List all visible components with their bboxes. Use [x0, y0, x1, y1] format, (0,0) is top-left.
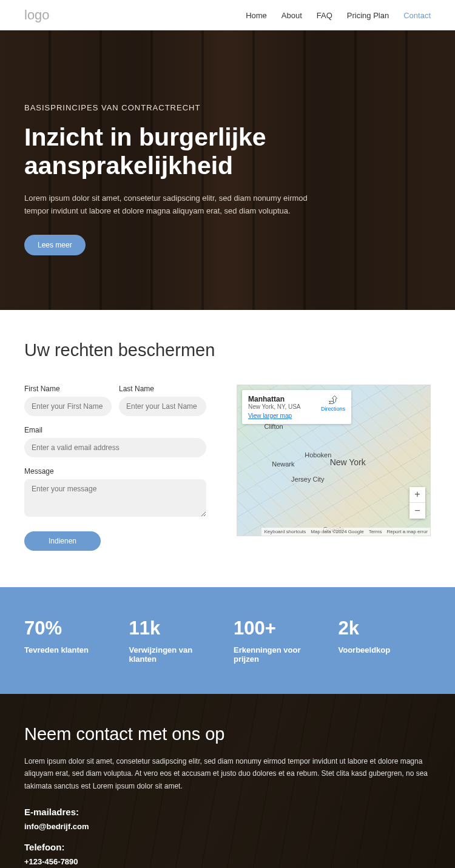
email-value: info@bedrijf.com	[24, 822, 431, 831]
nav-pricing[interactable]: Pricing Plan	[347, 11, 389, 20]
nav-faq[interactable]: FAQ	[317, 11, 332, 20]
phone-heading: Telefoon:	[24, 842, 431, 852]
last-name-label: Last Name	[119, 385, 206, 393]
contact-info-title: Neem contact met ons op	[24, 724, 431, 744]
keyboard-shortcuts-link[interactable]: Keyboard shortcuts	[264, 529, 306, 534]
contact-form: First Name Last Name Email Message	[24, 385, 206, 551]
read-more-button[interactable]: Lees meer	[24, 235, 86, 255]
last-name-input[interactable]	[119, 397, 206, 416]
view-larger-map-link[interactable]: View larger map	[248, 412, 292, 419]
map-embed[interactable]: New York Newark Clifton Hoboken Jersey C…	[237, 385, 431, 536]
stat-number: 70%	[24, 617, 117, 639]
logo[interactable]: logo	[24, 7, 50, 23]
map-zoom-controls: + −	[410, 487, 425, 519]
first-name-label: First Name	[24, 385, 112, 393]
email-input[interactable]	[24, 438, 206, 457]
stat-number: 100+	[234, 617, 326, 639]
directions-icon: ⮵	[321, 395, 345, 406]
terms-link[interactable]: Terms	[369, 529, 382, 534]
stats-section: 70% Tevreden klanten 11k Verwijzingen va…	[0, 587, 455, 694]
contact-title: Uw rechten beschermen	[24, 340, 431, 360]
zoom-in-button[interactable]: +	[410, 487, 425, 503]
stat-item: 11k Verwijzingen van klanten	[129, 617, 222, 664]
first-name-input[interactable]	[24, 397, 112, 416]
nav-contact[interactable]: Contact	[403, 11, 431, 20]
stat-label: Voorbeeldkop	[339, 645, 431, 654]
contact-info-description: Lorem ipsum dolor sit amet, consetetur s…	[24, 755, 431, 792]
map-label-newyork: New York	[330, 457, 366, 467]
stat-item: 100+ Erkenningen voor prijzen	[234, 617, 326, 664]
stat-item: 70% Tevreden klanten	[24, 617, 117, 664]
map-label-jersey: Jersey City	[291, 476, 324, 483]
hero-description: Lorem ipsum dolor sit amet, consetetur s…	[24, 192, 315, 218]
phone-value: +123-456-7890	[24, 857, 431, 866]
map-data-text: Map data ©2024 Google	[311, 529, 363, 534]
hero-section: BASISPRINCIPES VAN CONTRACTRECHT Inzicht…	[0, 30, 455, 310]
nav-home[interactable]: Home	[246, 11, 267, 20]
stat-number: 11k	[129, 617, 222, 639]
directions-button[interactable]: ⮵ Directions	[321, 395, 345, 419]
zoom-out-button[interactable]: −	[410, 503, 425, 519]
map-info-subtitle: New York, NY, USA	[248, 403, 301, 410]
map-attribution: Keyboard shortcuts Map data ©2024 Google…	[261, 528, 430, 536]
hero-title: Inzicht in burgerlijke aansprakelijkheid	[24, 123, 388, 180]
stat-label: Verwijzingen van klanten	[129, 645, 222, 664]
contact-section: Uw rechten beschermen First Name Last Na…	[0, 310, 455, 587]
main-nav: Home About FAQ Pricing Plan Contact	[246, 11, 431, 20]
contact-info-section: Neem contact met ons op Lorem ipsum dolo…	[0, 694, 455, 868]
map-label-hoboken: Hoboken	[305, 451, 331, 459]
map-label-newark: Newark	[272, 460, 294, 468]
stat-item: 2k Voorbeeldkop	[339, 617, 431, 664]
submit-button[interactable]: Indienen	[24, 531, 101, 551]
message-label: Message	[24, 467, 206, 476]
report-error-link[interactable]: Report a map error	[386, 529, 428, 534]
stat-label: Tevreden klanten	[24, 645, 117, 654]
directions-label: Directions	[321, 406, 345, 412]
map-info-title: Manhattan	[248, 395, 301, 403]
email-heading: E-mailadres:	[24, 807, 431, 817]
stat-number: 2k	[339, 617, 431, 639]
hero-overline: BASISPRINCIPES VAN CONTRACTRECHT	[24, 103, 388, 112]
stat-label: Erkenningen voor prijzen	[234, 645, 326, 664]
message-textarea[interactable]	[24, 479, 206, 517]
nav-about[interactable]: About	[281, 11, 302, 20]
map-info-card: Manhattan New York, NY, USA View larger …	[242, 390, 351, 424]
email-label: Email	[24, 426, 206, 434]
site-header: logo Home About FAQ Pricing Plan Contact	[0, 0, 455, 30]
